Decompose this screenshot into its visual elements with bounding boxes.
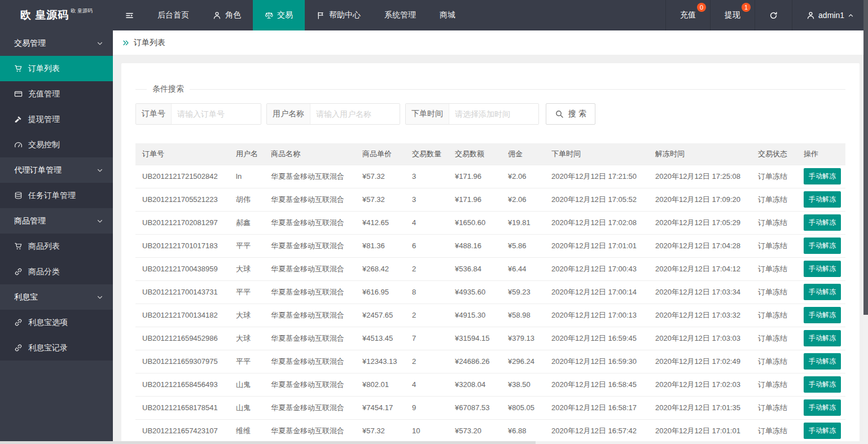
table-row: UB2012121700438959 大球 华夏基金移动互联混合 ¥268.42… <box>135 257 845 280</box>
search-button[interactable]: 搜 索 <box>546 103 595 125</box>
scrollbar-corner <box>863 441 868 444</box>
user-menu[interactable]: admin1 <box>792 0 868 30</box>
withdraw-button[interactable]: 提现 1 <box>710 0 755 30</box>
cell-unfreeze-time: 2020年12月12日 17:01:35 <box>648 396 751 419</box>
horizontal-scrollbar-thumb[interactable] <box>0 441 536 444</box>
cell-action: 手动解冻 <box>797 280 845 304</box>
app-root: 欧 皇源码 欧 皇源码 后台首页 角色 交易 <box>0 0 868 444</box>
column-header: 佣金 <box>501 143 545 165</box>
manual-unfreeze-button[interactable]: 手动解冻 <box>804 238 841 254</box>
cell-commission: ¥19.81 <box>501 211 545 234</box>
recharge-label: 充值 <box>680 10 696 20</box>
topnav-item[interactable]: 交易 <box>253 0 305 30</box>
horizontal-scrollbar-track[interactable] <box>0 441 863 444</box>
manual-unfreeze-button[interactable]: 手动解冻 <box>804 423 841 439</box>
column-header: 解冻时间 <box>648 143 751 165</box>
cell-username: 郝鑫 <box>229 211 264 234</box>
cell-product-name: 华夏基金移动互联混合 <box>264 234 356 257</box>
chevron-down-icon <box>97 294 103 301</box>
cell-commission: ¥2.06 <box>501 188 545 211</box>
sidebar-item[interactable]: 订单列表 <box>0 56 113 81</box>
manual-unfreeze-button[interactable]: 手动解冻 <box>804 261 841 277</box>
sidebar-collapse-button[interactable] <box>113 0 146 30</box>
cell-commission: ¥379.13 <box>501 327 545 350</box>
cell-quantity: 3 <box>405 188 448 211</box>
sidebar-item[interactable]: 交易管理 <box>0 30 113 56</box>
cell-commission: ¥5.86 <box>501 234 545 257</box>
manual-unfreeze-button[interactable]: 手动解冻 <box>804 214 841 231</box>
sidebar-item[interactable]: 任务订单管理 <box>0 183 113 208</box>
cell-amount: ¥171.96 <box>448 165 501 188</box>
cell-order-no: UB2012121700143731 <box>135 280 229 304</box>
topnav-item-label: 角色 <box>225 10 241 20</box>
manual-unfreeze-button[interactable]: 手动解冻 <box>804 330 841 346</box>
recharge-button[interactable]: 充值 0 <box>665 0 710 30</box>
recharge-badge: 0 <box>697 3 706 12</box>
manual-unfreeze-button[interactable]: 手动解冻 <box>804 353 841 370</box>
sidebar-item[interactable]: 商品分类 <box>0 259 113 284</box>
cell-amount: ¥4935.60 <box>448 280 501 304</box>
search-field-input[interactable] <box>310 104 400 124</box>
breadcrumb: 订单列表 <box>113 30 868 55</box>
cell-action: 手动解冻 <box>797 373 845 396</box>
topnav-item[interactable]: 角色 <box>201 0 253 30</box>
sidebar-item[interactable]: 利息宝选项 <box>0 310 113 335</box>
sidebar-item[interactable]: 代理订单管理 <box>0 157 113 183</box>
cell-order-no: UB2012121658456493 <box>135 373 229 396</box>
topnav-item-label: 系统管理 <box>384 10 416 20</box>
sidebar-item[interactable]: 充值管理 <box>0 81 113 107</box>
sidebar-item[interactable]: 交易控制 <box>0 132 113 157</box>
sidebar-item[interactable]: 提现管理 <box>0 107 113 132</box>
manual-unfreeze-button[interactable]: 手动解冻 <box>804 168 841 184</box>
cell-quantity: 9 <box>405 396 448 419</box>
search-fieldset: 条件搜索 <box>135 84 845 94</box>
cell-quantity: 6 <box>405 234 448 257</box>
cell-unfreeze-time: 2020年12月12日 17:09:20 <box>648 188 751 211</box>
sidebar-item-label: 商品管理 <box>14 216 46 226</box>
topnav-item[interactable]: 系统管理 <box>372 0 428 30</box>
cell-status: 订单冻结 <box>751 327 797 350</box>
sidebar-item-label: 利息宝选项 <box>28 318 68 328</box>
cell-commission: ¥58.98 <box>501 304 545 327</box>
table-row: UB2012121701017183 平平 华夏基金移动互联混合 ¥81.36 … <box>135 234 845 257</box>
vertical-scrollbar-thumb[interactable] <box>863 0 868 315</box>
sidebar-item-label: 充值管理 <box>28 89 60 99</box>
table-row: UB2012121702081297 郝鑫 华夏基金移动互联混合 ¥412.65… <box>135 211 845 234</box>
search-field-input[interactable] <box>172 104 261 124</box>
cell-amount: ¥1650.60 <box>448 211 501 234</box>
sidebar-item[interactable]: 商品管理 <box>0 208 113 234</box>
topnav-item-icon <box>317 11 325 20</box>
cell-order-no: UB2012121657423107 <box>135 419 229 442</box>
cell-order-no: UB2012121700134182 <box>135 304 229 327</box>
cell-order-no: UB2012121702081297 <box>135 211 229 234</box>
sidebar-item[interactable]: 商品列表 <box>0 234 113 259</box>
manual-unfreeze-button[interactable]: 手动解冻 <box>804 191 841 208</box>
cell-unit-price: ¥57.32 <box>356 188 405 211</box>
refresh-button[interactable] <box>755 0 792 30</box>
search-field-input[interactable] <box>449 104 538 124</box>
manual-unfreeze-button[interactable]: 手动解冻 <box>804 399 841 416</box>
cell-unit-price: ¥57.32 <box>356 419 405 442</box>
brand-title: 欧 皇源码 <box>20 8 69 23</box>
cell-status: 订单冻结 <box>751 396 797 419</box>
topnav-item[interactable]: 商城 <box>428 0 467 30</box>
brand-logo[interactable]: 欧 皇源码 欧 皇源码 <box>0 0 113 30</box>
cell-action: 手动解冻 <box>797 165 845 188</box>
cell-quantity: 2 <box>405 304 448 327</box>
sidebar-item[interactable]: 利息宝记录 <box>0 335 113 361</box>
topnav-item[interactable]: 后台首页 <box>146 0 201 30</box>
cell-amount: ¥536.84 <box>448 257 501 280</box>
manual-unfreeze-button[interactable]: 手动解冻 <box>804 284 841 300</box>
topnav-item[interactable]: 帮助中心 <box>305 0 372 30</box>
manual-unfreeze-button[interactable]: 手动解冻 <box>804 376 841 393</box>
sidebar-item[interactable]: 利息宝 <box>0 284 113 310</box>
cell-quantity: 10 <box>405 419 448 442</box>
manual-unfreeze-button[interactable]: 手动解冻 <box>804 307 841 323</box>
cell-unit-price: ¥412.65 <box>356 211 405 234</box>
topnav-item-icon <box>213 11 221 20</box>
cell-unit-price: ¥268.42 <box>356 257 405 280</box>
topnav: 后台首页 角色 交易 帮助中心 <box>146 0 467 30</box>
sidebar-item-icon <box>14 64 23 73</box>
breadcrumb-current: 订单列表 <box>134 38 165 48</box>
sidebar-item-icon <box>14 115 23 124</box>
